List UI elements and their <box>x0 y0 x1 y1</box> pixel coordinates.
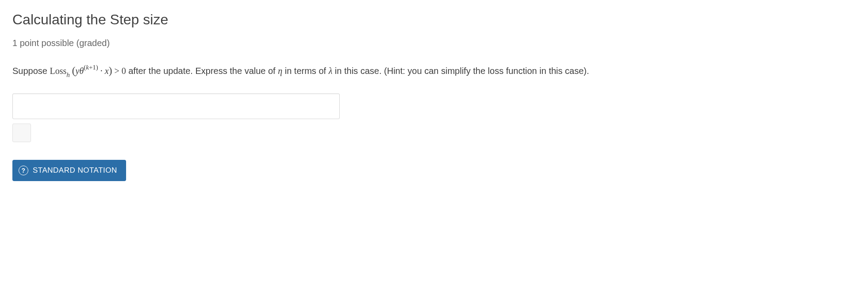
question-text: Suppose Lossh (yθ(k+1) · x) > 0 after th… <box>12 63 856 79</box>
question-prefix: Suppose <box>12 66 50 76</box>
var-lambda: λ <box>329 66 333 76</box>
theta-superscript: (k+1) <box>84 64 98 71</box>
question-suffix: in this case. (Hint: you can simplify th… <box>332 66 589 76</box>
var-eta: η <box>278 66 282 76</box>
math-expression: Lossh (yθ(k+1) · x) > 0 <box>50 66 126 76</box>
dot-operator: · <box>98 66 105 76</box>
gt-zero: > 0 <box>112 66 126 76</box>
var-x: x <box>105 66 109 76</box>
question-mid1: after the update. Express the value of <box>126 66 278 76</box>
points-label: 1 point possible (graded) <box>12 36 856 50</box>
notation-button-label: STANDARD NOTATION <box>33 166 117 175</box>
question-mid2: in terms of <box>282 66 328 76</box>
loss-word: Loss <box>50 66 67 76</box>
help-icon: ? <box>19 166 28 175</box>
standard-notation-button[interactable]: ? STANDARD NOTATION <box>12 160 126 181</box>
page-title: Calculating the Step size <box>12 9 856 30</box>
var-theta: θ <box>79 66 84 76</box>
answer-input[interactable] <box>12 93 340 119</box>
loss-subscript: h <box>66 71 70 78</box>
status-box <box>12 124 31 142</box>
